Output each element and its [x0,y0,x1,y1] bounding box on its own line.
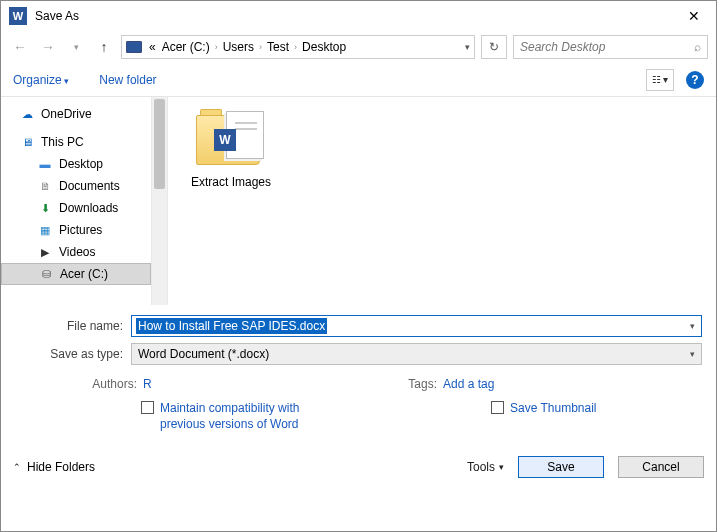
folder-icon: W [196,109,266,169]
tools-menu[interactable]: Tools [467,460,504,474]
tools-label: Tools [467,460,495,474]
downloads-icon: ⬇ [37,201,53,215]
crumb-test[interactable]: Test [264,40,292,54]
documents-icon: 🗎 [37,179,53,193]
close-button[interactable]: ✕ [674,2,714,30]
tree-documents[interactable]: 🗎 Documents [1,175,151,197]
hide-folders-label: Hide Folders [27,460,95,474]
chevron-right-icon: › [292,42,299,52]
save-type-select[interactable]: Word Document (*.docx) ▾ [131,343,702,365]
tree-label: Downloads [59,201,118,215]
tags-value[interactable]: Add a tag [443,377,494,391]
file-list-area[interactable]: W Extract Images [168,97,716,305]
tags-label: Tags: [375,377,437,391]
search-input[interactable]: Search Desktop ⌕ [513,35,708,59]
search-placeholder: Search Desktop [520,40,605,54]
save-type-label: Save as type: [15,347,131,361]
checkbox-icon [491,401,504,414]
pc-icon: 🖥 [19,135,35,149]
recent-dropdown-icon[interactable]: ▾ [65,36,87,58]
thumbnail-checkbox[interactable]: Save Thumbnail [491,401,597,432]
cancel-button[interactable]: Cancel [618,456,704,478]
crumb-users[interactable]: Users [220,40,257,54]
desktop-icon: ▬ [37,157,53,171]
chevron-right-icon: › [213,42,220,52]
authors-label: Authors: [75,377,137,391]
chevron-down-icon: ▾ [690,349,695,359]
tree-label: Videos [59,245,95,259]
videos-icon: ▶ [37,245,53,259]
tree-label: Acer (C:) [60,267,108,281]
checkbox-icon [141,401,154,414]
drive-icon: ⛁ [38,267,54,281]
tree-videos[interactable]: ▶ Videos [1,241,151,263]
crumb-prefix: « [146,40,159,54]
filename-input[interactable]: How to Install Free SAP IDES.docx ▾ [131,315,702,337]
tree-label: Documents [59,179,120,193]
tree-scrollbar[interactable] [151,97,168,305]
window-title: Save As [35,9,674,23]
scrollbar-thumb[interactable] [154,99,165,189]
chevron-right-icon: › [257,42,264,52]
disk-icon [126,41,142,53]
tree-pictures[interactable]: ▦ Pictures [1,219,151,241]
word-app-icon: W [9,7,27,25]
hide-folders-button[interactable]: ⌃ Hide Folders [13,460,95,474]
filename-label: File name: [15,319,131,333]
crumb-acer[interactable]: Acer (C:) [159,40,213,54]
tree-label: Desktop [59,157,103,171]
help-icon[interactable]: ? [686,71,704,89]
folder-item-extract-images[interactable]: W Extract Images [186,109,276,189]
cloud-icon: ☁ [19,107,35,121]
crumb-desktop[interactable]: Desktop [299,40,349,54]
tree-label: This PC [41,135,84,149]
chevron-up-icon: ⌃ [13,462,21,472]
folder-tree: ☁ OneDrive 🖥 This PC ▬ Desktop 🗎 Documen… [1,97,151,305]
address-bar[interactable]: « Acer (C:) › Users › Test › Desktop ▾ [121,35,475,59]
tree-onedrive[interactable]: ☁ OneDrive [1,103,151,125]
tree-label: OneDrive [41,107,92,121]
search-icon: ⌕ [694,40,701,54]
save-type-value: Word Document (*.docx) [138,347,269,361]
authors-value[interactable]: R [143,377,152,391]
folder-label: Extract Images [186,175,276,189]
view-options-button[interactable]: ☷ ▾ [646,69,674,91]
pictures-icon: ▦ [37,223,53,237]
tree-thispc[interactable]: 🖥 This PC [1,131,151,153]
filename-dropdown-icon[interactable]: ▾ [690,321,695,331]
compat-label: Maintain compatibility with previous ver… [160,401,311,432]
tree-acer-c[interactable]: ⛁ Acer (C:) [1,263,151,285]
tree-downloads[interactable]: ⬇ Downloads [1,197,151,219]
forward-icon[interactable]: → [37,36,59,58]
thumbnail-label: Save Thumbnail [510,401,597,417]
up-icon[interactable]: ↑ [93,36,115,58]
save-button[interactable]: Save [518,456,604,478]
filename-value: How to Install Free SAP IDES.docx [136,318,327,334]
tree-label: Pictures [59,223,102,237]
back-icon[interactable]: ← [9,36,31,58]
refresh-button[interactable]: ↻ [481,35,507,59]
compat-checkbox[interactable]: Maintain compatibility with previous ver… [141,401,311,432]
address-dropdown-icon[interactable]: ▾ [465,42,470,52]
organize-menu[interactable]: Organize [13,73,69,87]
tree-desktop[interactable]: ▬ Desktop [1,153,151,175]
new-folder-button[interactable]: New folder [99,73,156,87]
